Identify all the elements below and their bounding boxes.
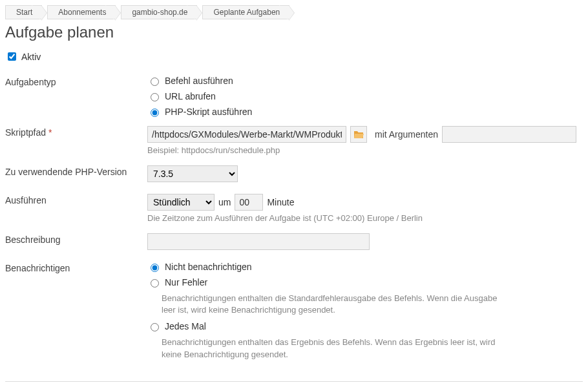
active-checkbox[interactable] xyxy=(8,52,16,61)
notify-errors-radio[interactable] xyxy=(151,279,159,288)
notify-errors-label[interactable]: Nur Fehler xyxy=(165,277,207,288)
scriptpath-label: Skriptpfad * xyxy=(5,126,147,138)
timezone-hint: Die Zeitzone zum Ausführen der Aufgabe i… xyxy=(147,213,583,223)
tasktype-php-label[interactable]: PHP-Skript ausführen xyxy=(165,107,252,117)
folder-icon xyxy=(353,130,364,139)
notify-always-hint: Benachrichtigungen enthalten das Ergebni… xyxy=(162,337,498,360)
breadcrumb: Start Abonnements gambio-shop.de Geplant… xyxy=(5,5,583,19)
tasktype-cmd-radio[interactable] xyxy=(151,78,159,86)
phpversion-select[interactable]: 7.3.5 xyxy=(147,165,238,182)
minute-label: Minute xyxy=(267,197,294,207)
interval-select[interactable]: Stündlich xyxy=(147,194,215,211)
tasktype-url-radio[interactable] xyxy=(151,93,159,101)
notify-errors-hint: Benachrichtigungen enthalten die Standar… xyxy=(162,293,498,316)
args-input[interactable] xyxy=(442,126,576,143)
notify-always-label[interactable]: Jedes Mal xyxy=(165,321,206,331)
scriptpath-hint: Beispiel: httpdocs/run/schedule.php xyxy=(147,145,583,155)
tasktype-cmd-label[interactable]: Befehl ausführen xyxy=(165,76,233,86)
notify-none-label[interactable]: Nicht benachrichtigen xyxy=(165,262,252,272)
execute-label: Ausführen xyxy=(5,194,147,205)
notify-always-radio[interactable] xyxy=(151,323,159,331)
separator xyxy=(5,381,583,382)
breadcrumb-scheduled-tasks[interactable]: Geplante Aufgaben xyxy=(202,5,289,19)
tasktype-php-radio[interactable] xyxy=(151,109,159,117)
breadcrumb-abonnements[interactable]: Abonnements xyxy=(47,5,116,19)
args-label: mit Argumenten xyxy=(375,129,438,140)
notify-none-radio[interactable] xyxy=(151,264,159,272)
at-label: um xyxy=(218,197,231,207)
active-label[interactable]: Aktiv xyxy=(21,52,41,62)
description-input[interactable] xyxy=(147,233,370,250)
phpversion-label: Zu verwendende PHP-Version xyxy=(5,165,147,177)
notify-label: Benachrichtigen xyxy=(5,262,147,273)
breadcrumb-start[interactable]: Start xyxy=(5,5,42,19)
scriptpath-input[interactable] xyxy=(147,126,346,143)
browse-button[interactable] xyxy=(350,126,367,143)
page-title: Aufgabe planen xyxy=(5,23,583,41)
tasktype-label: Aufgabentyp xyxy=(5,76,147,87)
minute-input[interactable] xyxy=(235,194,263,211)
tasktype-url-label[interactable]: URL abrufen xyxy=(165,91,216,101)
breadcrumb-domain[interactable]: gambio-shop.de xyxy=(121,5,197,19)
description-label: Beschreibung xyxy=(5,233,147,245)
